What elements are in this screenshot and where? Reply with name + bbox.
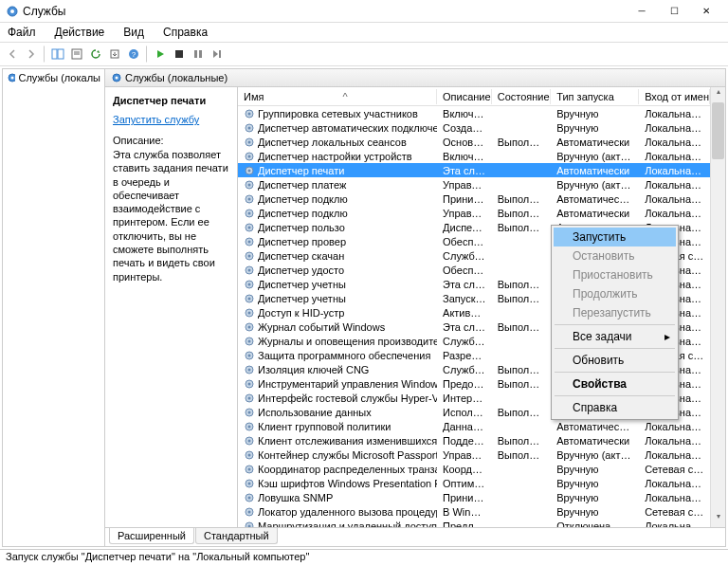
svg-point-47	[248, 311, 251, 314]
service-row[interactable]: Маршрутизация и удаленный доступПредлага…	[238, 519, 710, 527]
service-icon	[244, 336, 255, 347]
menu-action[interactable]: Действие	[51, 25, 109, 40]
tab-extended[interactable]: Расширенный	[109, 528, 194, 544]
vertical-scrollbar[interactable]: ▴ ▾	[710, 87, 725, 527]
service-icon	[244, 208, 255, 219]
service-row[interactable]: Группировка сетевых участниковВключает .…	[238, 106, 710, 120]
svg-point-29	[248, 183, 251, 186]
svg-point-75	[248, 510, 251, 513]
statusbar: Запуск службы "Диспетчер печати" на "Лок…	[0, 549, 728, 566]
refresh-button[interactable]	[87, 46, 104, 63]
col-name[interactable]: Имя ^	[238, 89, 437, 104]
ctx-properties[interactable]: Свойства	[554, 374, 676, 393]
service-icon	[244, 179, 255, 191]
service-row[interactable]: Диспетчер автоматических подключений уда…	[238, 120, 710, 135]
svg-point-51	[248, 339, 251, 342]
svg-point-77	[248, 524, 251, 527]
ctx-help[interactable]: Справка	[554, 398, 676, 417]
col-description[interactable]: Описание	[437, 89, 492, 104]
svg-text:?: ?	[132, 50, 136, 59]
svg-rect-13	[219, 50, 221, 58]
close-button[interactable]: ✕	[690, 1, 722, 22]
service-row[interactable]: Клиент групповой политикиДанная сл...Авт…	[238, 419, 710, 433]
service-icon	[244, 393, 255, 404]
service-row[interactable]: Диспетчер подклюПринимае...ВыполняетсяАв…	[238, 192, 710, 206]
tree-root[interactable]: Службы (локалы	[5, 71, 102, 84]
svg-point-39	[248, 254, 251, 257]
service-icon	[244, 193, 255, 205]
service-icon	[244, 165, 255, 176]
service-row[interactable]: Диспетчер настройки устройствВключени...…	[238, 149, 710, 163]
svg-point-35	[248, 226, 251, 228]
service-icon	[244, 464, 255, 475]
svg-point-63	[248, 425, 251, 428]
menu-file[interactable]: Файл	[4, 25, 40, 40]
titlebar: Службы ─ ☐ ✕	[0, 0, 728, 23]
svg-point-57	[248, 382, 251, 385]
service-row[interactable]: Диспетчер платежУправляет ...Вручную (ак…	[238, 177, 710, 192]
menubar: Файл Действие Вид Справка	[0, 23, 728, 42]
service-row[interactable]: Координатор распределенных транзакцийКоо…	[238, 462, 710, 476]
service-icon	[244, 108, 255, 119]
content-area: Службы (локалы Службы (локальные) Диспет…	[2, 68, 726, 547]
tree-pane[interactable]: Службы (локалы	[3, 69, 105, 546]
service-row[interactable]: Локатор удаленного вызова процедур (RPC)…	[238, 504, 710, 519]
detail-view-button[interactable]	[49, 46, 66, 63]
svg-rect-12	[199, 50, 202, 58]
svg-point-55	[248, 368, 251, 371]
service-icon	[244, 265, 255, 276]
maximize-button[interactable]: ☐	[658, 1, 690, 22]
service-icon	[244, 478, 255, 489]
service-icon	[244, 520, 255, 528]
menu-help[interactable]: Справка	[159, 25, 211, 40]
service-icon	[244, 307, 255, 319]
service-row[interactable]: Ловушка SNMPПринимае...ВручнуюЛокальная …	[238, 490, 710, 504]
help-button[interactable]: ?	[125, 46, 142, 63]
ctx-alltasks[interactable]: Все задачи▸	[554, 327, 676, 346]
service-row[interactable]: Диспетчер подклюУправляет ...Выполняется…	[238, 206, 710, 220]
col-state[interactable]: Состояние	[492, 89, 551, 104]
svg-point-19	[248, 112, 251, 115]
service-row[interactable]: Диспетчер локальных сеансовОсновная ...В…	[238, 135, 710, 149]
detail-pane: Диспетчер печати Запустить службу Описан…	[105, 87, 238, 527]
service-icon	[244, 236, 255, 247]
toolbar: ?	[0, 42, 728, 66]
back-button[interactable]	[4, 46, 21, 63]
svg-point-71	[248, 482, 251, 484]
service-icon	[244, 364, 255, 375]
forward-button[interactable]	[23, 46, 40, 63]
service-row[interactable]: Клиент отслеживания изменившихся связейП…	[238, 433, 710, 447]
svg-point-23	[248, 140, 251, 143]
export-button[interactable]	[106, 46, 123, 63]
service-icon	[244, 449, 255, 461]
pause-service-button[interactable]	[190, 46, 207, 63]
list-header[interactable]: Имя ^ Описание Состояние Тип запуска Вхо…	[238, 87, 710, 106]
svg-point-65	[248, 439, 251, 442]
svg-rect-3	[58, 49, 64, 59]
menu-view[interactable]: Вид	[119, 25, 148, 40]
service-list[interactable]: Имя ^ Описание Состояние Тип запуска Вхо…	[238, 87, 710, 527]
svg-point-61	[248, 411, 251, 413]
ctx-refresh[interactable]: Обновить	[554, 351, 676, 370]
service-row[interactable]: Диспетчер печатиЭта служб...Автоматическ…	[238, 163, 710, 177]
restart-service-button[interactable]	[209, 46, 226, 63]
ctx-start[interactable]: Запустить	[554, 228, 676, 246]
start-service-button[interactable]	[152, 46, 169, 63]
props-button[interactable]	[68, 46, 85, 63]
service-icon	[244, 350, 255, 361]
service-row[interactable]: Кэш шрифтов Windows Presentation Foundat…	[238, 476, 710, 490]
stop-service-button[interactable]	[171, 46, 188, 63]
minimize-button[interactable]: ─	[626, 1, 658, 22]
svg-point-45	[248, 297, 251, 300]
col-logon[interactable]: Вход от имени	[639, 89, 710, 104]
col-startup[interactable]: Тип запуска	[551, 89, 639, 104]
service-row[interactable]: Контейнер службы Microsoft PassportУправ…	[238, 447, 710, 462]
tab-standard[interactable]: Стандартный	[195, 528, 278, 544]
svg-rect-10	[175, 50, 183, 58]
service-icon	[244, 492, 255, 503]
svg-point-15	[11, 77, 14, 80]
service-icon	[244, 293, 255, 304]
start-service-link[interactable]: Запустить службу	[113, 114, 229, 125]
svg-point-69	[248, 467, 251, 470]
svg-rect-2	[52, 49, 57, 59]
